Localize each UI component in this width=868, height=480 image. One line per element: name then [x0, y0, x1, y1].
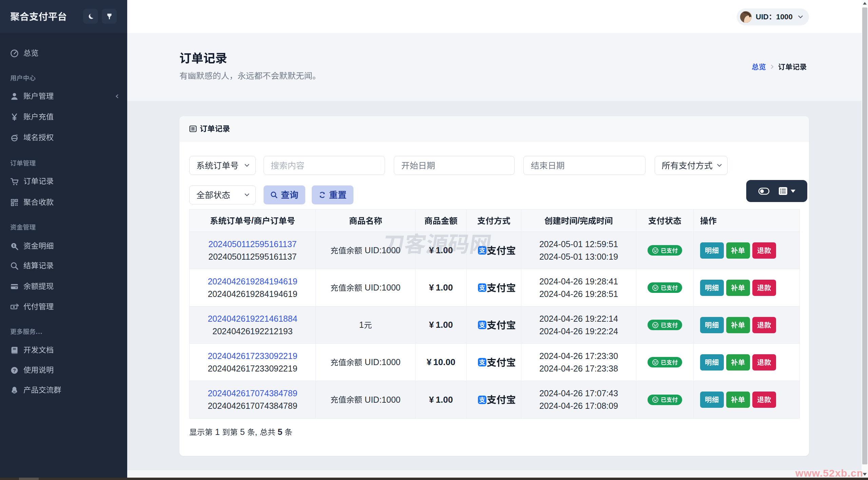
svg-text:?: ?	[13, 367, 16, 373]
